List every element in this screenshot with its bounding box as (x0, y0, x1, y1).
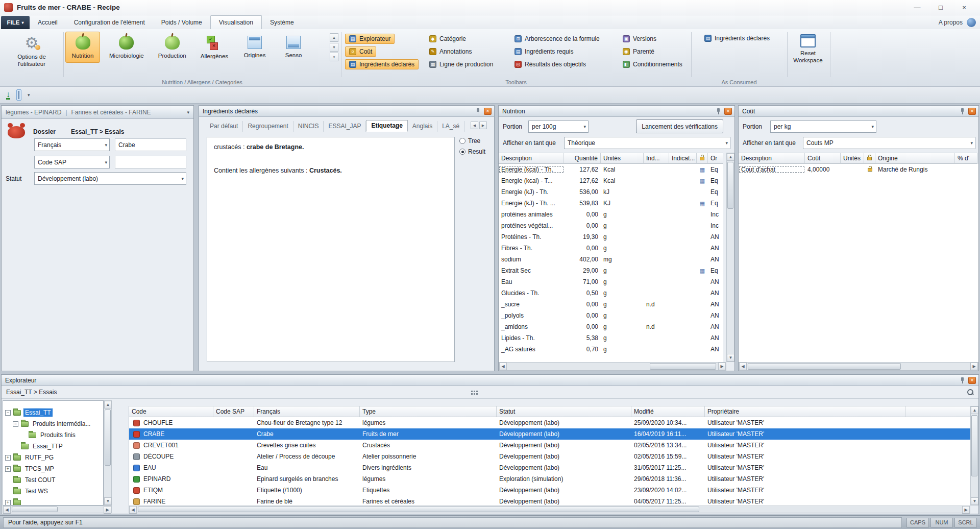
nutrition-row[interactable]: Protéines - Th. 19,30 g AN (499, 231, 723, 243)
scroll-right-icon[interactable]: ▶ (104, 506, 111, 514)
nutrition-horizontal-scrollbar[interactable]: ◀ ▶ (499, 362, 726, 371)
ribbon-view-button[interactable]: Nutrition (65, 32, 100, 63)
nutrition-row[interactable]: Extrait Sec 29,00 g Eq (499, 265, 723, 276)
scrollbar-thumb[interactable] (105, 410, 111, 466)
tree-item[interactable]: − Produits intermédia... (3, 418, 103, 429)
column-header[interactable]: Type (360, 406, 497, 417)
element-row[interactable]: EAU Eau Divers ingrédients Développement… (129, 462, 970, 473)
nutrition-row[interactable]: Fibres - Th. 0,00 g AN (499, 243, 723, 254)
display-as-combobox[interactable]: Théorique (564, 137, 730, 149)
nutrition-row[interactable]: _polyols 0,00 g AN (499, 310, 723, 321)
recent-element-1[interactable]: légumes - EPINARD (6, 109, 61, 116)
gallery-more-icon[interactable]: ▾ (330, 53, 338, 61)
scroll-right-icon[interactable]: ▶ (718, 363, 726, 370)
tree-expander-icon[interactable]: + (5, 455, 11, 461)
nutrition-row[interactable]: sodium 402,00 mg AN (499, 254, 723, 265)
pin-icon[interactable] (959, 108, 966, 115)
tree-expander-icon[interactable]: + (5, 466, 11, 472)
toolbar-toggle-button[interactable]: ¤ Coût (345, 46, 376, 57)
declared-panel-header[interactable]: Ingrédients déclarés × (199, 106, 494, 117)
close-panel-button[interactable]: × (484, 108, 492, 115)
lock-column-header[interactable] (864, 153, 875, 164)
tree-item[interactable]: Test WS (3, 486, 103, 497)
tree-item[interactable]: + TPCS_MP (3, 463, 103, 474)
table-vertical-scrollbar[interactable]: ▲ ▼ (970, 406, 978, 506)
nutrition-row[interactable]: Energie (kJ) - Th. ... 539,83 KJ Eq (499, 198, 723, 209)
element-row[interactable]: ETIQM Etiquette (/1000) Etiquettes Dével… (129, 485, 970, 496)
lock-column-header[interactable] (697, 153, 708, 164)
nutrition-row[interactable]: Glucides - Th. 0,50 g AN (499, 287, 723, 299)
scroll-down-icon[interactable]: ▼ (727, 354, 734, 362)
name-field[interactable] (115, 138, 186, 151)
nutrition-row[interactable]: Lipides - Th. 5,38 g AN (499, 332, 723, 344)
splitter-grip[interactable] (471, 390, 478, 395)
scroll-down-icon[interactable]: ▼ (971, 497, 978, 505)
toolbar-toggle-button[interactable]: ◧ Conditionnements (619, 59, 687, 69)
toolbar-toggle-button[interactable]: ▤ Ingrédients requis (510, 46, 577, 57)
tree-expander-icon[interactable]: + (5, 500, 11, 506)
toolbar-toggle-button[interactable]: ▤ Explorateur (345, 34, 395, 44)
column-header[interactable]: Code (129, 406, 213, 417)
scroll-right-icon[interactable]: ▶ (970, 363, 978, 370)
tree-item[interactable]: − Essai_TT (3, 407, 103, 418)
column-header[interactable]: Indicat... (669, 153, 697, 164)
explorer-panel-header[interactable]: Explorateur × (2, 375, 978, 386)
scroll-left-icon[interactable]: ◀ (499, 363, 507, 370)
element-row[interactable]: DÉCOUPE Atelier / Process de découpe Ate… (129, 451, 970, 462)
toolbar-toggle-button[interactable]: ▦ Ligne de production (425, 59, 497, 69)
minimize-button[interactable]: — (905, 1, 929, 15)
tree-item[interactable]: Essai_TTP (3, 441, 103, 452)
column-header[interactable]: Origine (875, 153, 955, 164)
scrollbar-thumb[interactable] (650, 363, 716, 370)
column-header[interactable]: Propriétaire (705, 406, 905, 417)
element-row[interactable]: CRABE Crabe Fruits de mer Développement … (129, 428, 970, 440)
nutrition-row[interactable]: Energie (kJ) - Th. 536,00 kJ Eq (499, 186, 723, 198)
close-panel-button[interactable]: × (968, 377, 976, 384)
nutrition-row[interactable]: _sucre 0,00 g n.d AN (499, 299, 723, 310)
portion-combobox[interactable]: per 100g (528, 121, 589, 133)
reset-workspace-button[interactable]: Reset Workspace (789, 33, 827, 64)
column-header[interactable]: Unités (601, 153, 644, 164)
element-row[interactable]: CHOUFLE Chou-fleur de Bretagne type 12 l… (129, 417, 970, 428)
ribbon-tab[interactable]: Accueil (30, 15, 66, 29)
declared-text-area[interactable]: crustacés : crabe de Bretagne. Contient … (207, 137, 455, 362)
scroll-up-icon[interactable]: ▲ (727, 153, 734, 161)
element-row[interactable]: FARINE Farine de blé Farines et céréales… (129, 496, 970, 506)
column-header[interactable]: Quantité (564, 153, 601, 164)
tab-scroll-left-icon[interactable]: ◀ (471, 122, 478, 129)
column-header[interactable]: % d' (955, 153, 977, 164)
scroll-down-icon[interactable]: ▼ (330, 43, 338, 52)
ribbon-tab[interactable]: Visualisation (210, 15, 262, 29)
scrollbar-thumb[interactable] (138, 507, 699, 512)
scroll-down-icon[interactable]: ▼ (104, 497, 112, 505)
tree-expander-icon[interactable]: − (13, 421, 18, 427)
help-icon[interactable] (967, 18, 976, 27)
pin-icon[interactable] (959, 377, 966, 384)
pin-icon[interactable] (475, 108, 481, 115)
nutrition-panel-header[interactable]: Nutrition × (499, 106, 734, 117)
run-verifications-button[interactable]: Lancement des vérifications (636, 119, 723, 133)
about-menu-item[interactable]: A propos (939, 15, 963, 29)
declared-tab[interactable]: Regroupement (243, 121, 293, 132)
cost-portion-combobox[interactable]: per kg (770, 121, 876, 133)
scroll-left-icon[interactable]: ◀ (129, 506, 137, 514)
scroll-left-icon[interactable]: ◀ (3, 506, 11, 514)
column-header[interactable]: Modifié (631, 406, 705, 417)
declared-tab[interactable]: NINCIS (293, 121, 324, 132)
cost-panel-header[interactable]: Coût × (739, 106, 978, 117)
display-mode-radio[interactable]: Result (459, 148, 485, 155)
nutrition-vertical-scrollbar[interactable]: ▲ ▼ (726, 153, 734, 362)
tree-item[interactable]: + (3, 497, 103, 506)
cost-horizontal-scrollbar[interactable]: ◀ ▶ (739, 362, 978, 371)
language-combobox[interactable]: Français (34, 138, 110, 151)
cost-row[interactable]: Cout d'achat 4,00000 Marché de Rungis (739, 164, 978, 175)
statut-combobox[interactable]: Développement (labo) (34, 172, 186, 185)
nutrition-row[interactable]: protéines végétal... 0,00 g Inc (499, 220, 723, 231)
element-row[interactable]: EPINARD Epinard surgelés en branches lég… (129, 473, 970, 485)
grid-view-button[interactable] (16, 89, 21, 101)
maximize-button[interactable]: □ (929, 1, 952, 15)
ribbon-view-button[interactable]: Allergènes (195, 32, 233, 63)
column-header[interactable]: Ind... (644, 153, 669, 164)
tree-expander-icon[interactable]: − (5, 410, 11, 416)
close-panel-button[interactable]: × (968, 108, 976, 115)
